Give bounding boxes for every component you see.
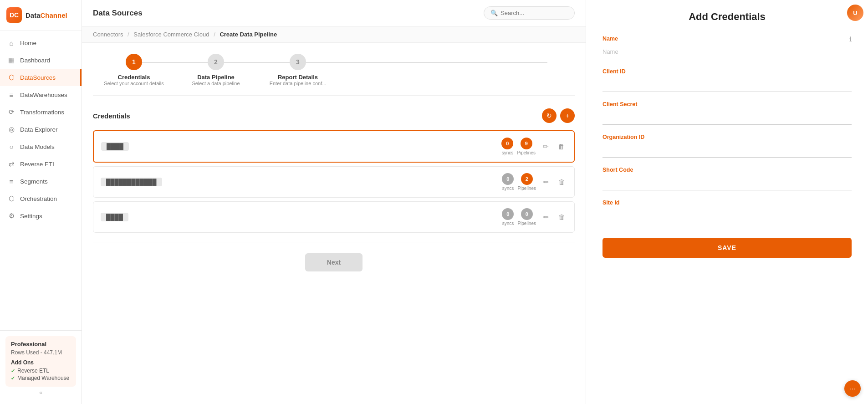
- sidebar-item-reverse-etl[interactable]: ⇄ Reverse ETL: [0, 155, 82, 173]
- divider: [93, 242, 575, 242]
- logo-text: DataChannel: [26, 11, 67, 19]
- addon-reverse-etl: ✔ Reverse ETL: [11, 368, 71, 374]
- syncs-badge-2: 0 syncs: [502, 173, 514, 191]
- step-2: 2 Data Pipeline Select a data pipeline: [175, 54, 257, 86]
- credential-item-3[interactable]: ████ 0 syncs 0 Pipelines ✏ 🗑: [93, 201, 575, 233]
- edit-credential-2-button[interactable]: ✏: [541, 176, 551, 188]
- pipeline-area: 1 Credentials Select your account detail…: [82, 43, 586, 404]
- add-credential-button[interactable]: +: [560, 108, 575, 123]
- logo-icon: DC: [6, 7, 22, 23]
- top-bar: Data Sources 🔍: [82, 0, 586, 26]
- step-3-sublabel: Enter data pipeline conf...: [270, 81, 327, 86]
- short-code-label: Short Code: [602, 167, 852, 173]
- org-id-label: Organization ID: [602, 134, 852, 140]
- pipelines-label-1: Pipelines: [517, 150, 536, 155]
- sidebar-item-settings[interactable]: ⚙ Settings: [0, 207, 82, 225]
- delete-credential-2-button[interactable]: 🗑: [557, 176, 567, 188]
- breadcrumb-salesforce[interactable]: Salesforce Commerce Cloud: [133, 31, 209, 38]
- sidebar-item-datasources[interactable]: ⬡ DataSources: [0, 69, 82, 86]
- save-button[interactable]: SAVE: [602, 238, 852, 258]
- client-id-label: Client ID: [602, 68, 852, 75]
- syncs-count-1: 0: [501, 138, 513, 149]
- form-group-org-id: Organization ID: [602, 134, 852, 158]
- data-explorer-icon: ◎: [7, 125, 15, 133]
- transformations-icon: ⟳: [7, 108, 15, 116]
- logo: DC DataChannel: [0, 0, 82, 31]
- sidebar-item-segments[interactable]: ≡ Segments: [0, 173, 82, 190]
- credentials-title: Credentials: [93, 112, 130, 120]
- form-group-short-code: Short Code: [602, 167, 852, 190]
- step-3-label: Report Details: [278, 74, 318, 81]
- cred-right-2: 0 syncs 2 Pipelines ✏ 🗑: [502, 173, 567, 191]
- org-id-input[interactable]: [602, 143, 852, 158]
- form-group-name: Name ℹ: [602, 36, 852, 59]
- step-3-circle: 3: [290, 54, 306, 70]
- sidebar-item-data-models[interactable]: ○ Data Models: [0, 138, 82, 155]
- credential-item-1[interactable]: ████ 0 syncs 9 Pipelines ✏ 🗑: [93, 130, 575, 163]
- site-id-input[interactable]: [602, 209, 852, 223]
- nav-menu: ⌂ Home ▦ Dashboard ⬡ DataSources ≡ DataW…: [0, 31, 82, 330]
- sidebar-item-transformations[interactable]: ⟳ Transformations: [0, 103, 82, 121]
- sidebar-collapse-btn[interactable]: «: [5, 387, 76, 399]
- search-icon: 🔍: [490, 10, 498, 16]
- refresh-credentials-button[interactable]: ↻: [542, 108, 557, 123]
- sidebar-item-home[interactable]: ⌂ Home: [0, 34, 82, 51]
- form-group-site-id: Site Id: [602, 199, 852, 223]
- short-code-input[interactable]: [602, 176, 852, 190]
- chat-bubble[interactable]: ···: [844, 380, 861, 397]
- pipelines-badge-2: 2 Pipelines: [517, 173, 536, 191]
- cred-name-2: ████████████: [101, 178, 162, 186]
- datawarehouses-icon: ≡: [7, 91, 15, 99]
- name-input[interactable]: [602, 45, 852, 59]
- reverse-etl-icon: ⇄: [7, 160, 15, 168]
- pipelines-count-2: 2: [521, 173, 533, 185]
- syncs-label-2: syncs: [502, 186, 514, 191]
- pipelines-count-1: 9: [521, 138, 532, 149]
- plan-title: Professional: [11, 341, 71, 348]
- data-models-icon: ○: [7, 143, 15, 151]
- orchestration-icon: ⬡: [7, 194, 15, 203]
- credential-item-2[interactable]: ████████████ 0 syncs 2 Pipelines ✏ 🗑: [93, 166, 575, 198]
- sidebar-item-data-explorer[interactable]: ◎ Data Explorer: [0, 121, 82, 138]
- step-1-circle: 1: [126, 54, 142, 70]
- stepper: 1 Credentials Select your account detail…: [93, 54, 575, 96]
- add-credentials-panel: U Add Credentials Name ℹ Client ID Clien…: [586, 0, 868, 404]
- pipelines-label-3: Pipelines: [517, 221, 536, 226]
- next-button-wrap: Next: [93, 250, 575, 275]
- search-bar: 🔍: [484, 6, 575, 20]
- next-button[interactable]: Next: [305, 253, 363, 271]
- user-avatar: U: [847, 5, 863, 21]
- breadcrumb-connectors[interactable]: Connectors: [93, 31, 123, 38]
- step-2-circle: 2: [208, 54, 224, 70]
- sidebar-bottom: Professional Rows Used - 447.1M Add Ons …: [0, 330, 82, 404]
- main-content: Data Sources 🔍 Connectors / Salesforce C…: [82, 0, 586, 404]
- info-icon[interactable]: ℹ: [849, 36, 852, 43]
- edit-credential-1-button[interactable]: ✏: [541, 141, 551, 153]
- settings-icon: ⚙: [7, 212, 15, 220]
- delete-credential-1-button[interactable]: 🗑: [556, 141, 567, 152]
- delete-credential-3-button[interactable]: 🗑: [557, 211, 567, 223]
- datasources-icon: ⬡: [7, 73, 15, 82]
- step-2-label: Data Pipeline: [197, 74, 235, 81]
- cred-name-3: ████: [101, 213, 128, 221]
- sidebar-item-datawarehouses[interactable]: ≡ DataWarehouses: [0, 86, 82, 103]
- sidebar-item-dashboard[interactable]: ▦ Dashboard: [0, 51, 82, 69]
- client-id-input[interactable]: [602, 77, 852, 92]
- step-3: 3 Report Details Enter data pipeline con…: [257, 54, 339, 86]
- client-secret-input[interactable]: [602, 110, 852, 125]
- breadcrumb: Connectors / Salesforce Commerce Cloud /…: [82, 26, 586, 43]
- step-1-label: Credentials: [118, 74, 150, 81]
- addons-title: Add Ons: [11, 359, 71, 366]
- search-input[interactable]: [500, 10, 569, 16]
- plan-rows: Rows Used - 447.1M: [11, 349, 71, 356]
- edit-credential-3-button[interactable]: ✏: [541, 211, 551, 223]
- sidebar-item-orchestration[interactable]: ⬡ Orchestration: [0, 190, 82, 207]
- segments-icon: ≡: [7, 177, 15, 185]
- syncs-label-3: syncs: [502, 221, 514, 226]
- page-title: Data Sources: [93, 9, 143, 18]
- sidebar: DC DataChannel ⌂ Home ▦ Dashboard ⬡ Data…: [0, 0, 82, 404]
- pipelines-badge-1: 9 Pipelines: [517, 138, 536, 155]
- client-secret-label: Client Secret: [602, 101, 852, 107]
- credentials-header: Credentials ↻ +: [93, 108, 575, 123]
- syncs-badge-1: 0 syncs: [501, 138, 513, 155]
